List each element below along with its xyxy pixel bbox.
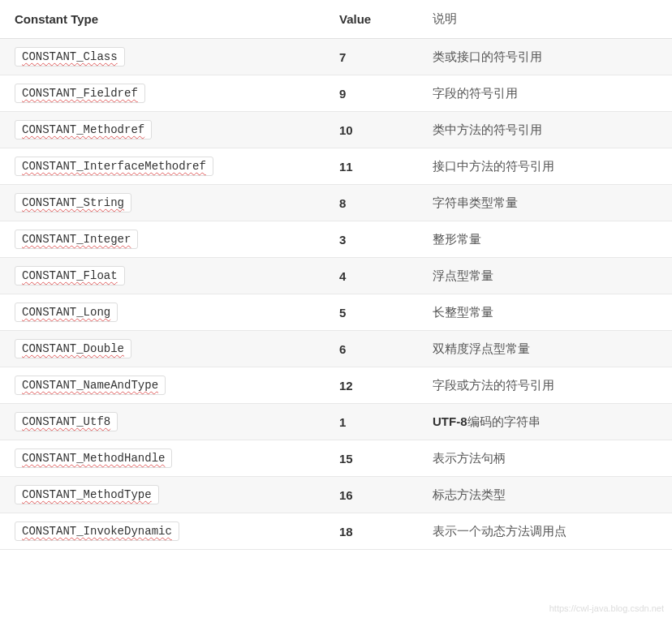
cell-constant-type: CONSTANT_String: [0, 185, 325, 221]
cell-value: 16: [325, 477, 418, 513]
cell-description: 字段的符号引用: [418, 75, 672, 112]
cell-value: 1: [325, 404, 418, 440]
header-description: 说明: [418, 0, 672, 39]
table-row: CONSTANT_Class7类或接口的符号引用: [0, 39, 672, 75]
cell-value: 4: [325, 258, 418, 294]
header-value: Value: [325, 0, 418, 39]
code-chip: CONSTANT_Fieldref: [15, 84, 145, 103]
table-row: CONSTANT_String8字符串类型常量: [0, 185, 672, 221]
cell-constant-type: CONSTANT_InvokeDynamic: [0, 513, 325, 550]
cell-description: 标志方法类型: [418, 477, 672, 513]
cell-constant-type: CONSTANT_Float: [0, 258, 325, 294]
cell-description: 表示一个动态方法调用点: [418, 513, 672, 550]
table-row: CONSTANT_Methodref10类中方法的符号引用: [0, 112, 672, 148]
code-chip: CONSTANT_Methodref: [15, 120, 152, 139]
cell-constant-type: CONSTANT_Integer: [0, 221, 325, 258]
table-row: CONSTANT_Fieldref9字段的符号引用: [0, 75, 672, 112]
table-row: CONSTANT_NameAndType12字段或方法的符号引用: [0, 367, 672, 404]
cell-value: 11: [325, 148, 418, 185]
cell-value: 12: [325, 367, 418, 404]
code-chip: CONSTANT_MethodType: [15, 485, 159, 504]
cell-description: 整形常量: [418, 221, 672, 258]
header-constant-type: Constant Type: [0, 0, 325, 39]
cell-description: 长整型常量: [418, 294, 672, 331]
table-row: CONSTANT_Utf81UTF-8编码的字符串: [0, 404, 672, 440]
code-chip: CONSTANT_Class: [15, 47, 125, 67]
cell-description: 类或接口的符号引用: [418, 39, 672, 75]
cell-constant-type: CONSTANT_NameAndType: [0, 367, 325, 404]
table-row: CONSTANT_Long5长整型常量: [0, 294, 672, 331]
code-chip: CONSTANT_Utf8: [15, 412, 118, 431]
cell-constant-type: CONSTANT_MethodType: [0, 477, 325, 513]
code-chip: CONSTANT_Double: [15, 339, 131, 358]
cell-constant-type: CONSTANT_InterfaceMethodref: [0, 148, 325, 185]
table-row: CONSTANT_MethodType16标志方法类型: [0, 477, 672, 513]
table-row: CONSTANT_InvokeDynamic18表示一个动态方法调用点: [0, 513, 672, 550]
cell-description: UTF-8编码的字符串: [418, 404, 672, 440]
code-chip: CONSTANT_String: [15, 193, 131, 212]
table-row: CONSTANT_Integer3整形常量: [0, 221, 672, 258]
cell-constant-type: CONSTANT_Utf8: [0, 404, 325, 440]
code-chip: CONSTANT_InvokeDynamic: [15, 521, 179, 541]
code-chip: CONSTANT_InterfaceMethodref: [15, 157, 213, 176]
code-chip: CONSTANT_NameAndType: [15, 376, 166, 395]
code-chip: CONSTANT_Float: [15, 266, 125, 285]
cell-description: 字段或方法的符号引用: [418, 367, 672, 404]
table-row: CONSTANT_Double6双精度浮点型常量: [0, 331, 672, 367]
cell-constant-type: CONSTANT_Fieldref: [0, 75, 325, 112]
cell-description: 双精度浮点型常量: [418, 331, 672, 367]
cell-value: 18: [325, 513, 418, 550]
cell-value: 6: [325, 331, 418, 367]
cell-value: 10: [325, 112, 418, 148]
cell-value: 7: [325, 39, 418, 75]
cell-constant-type: CONSTANT_Methodref: [0, 112, 325, 148]
cell-constant-type: CONSTANT_MethodHandle: [0, 440, 325, 477]
table-header-row: Constant Type Value 说明: [0, 0, 672, 39]
cell-value: 8: [325, 185, 418, 221]
cell-value: 9: [325, 75, 418, 112]
cell-value: 3: [325, 221, 418, 258]
cell-constant-type: CONSTANT_Long: [0, 294, 325, 331]
table-row: CONSTANT_MethodHandle15表示方法句柄: [0, 440, 672, 477]
watermark: https://cwl-java.blog.csdn.net: [549, 603, 664, 613]
cell-constant-type: CONSTANT_Class: [0, 39, 325, 75]
code-chip: CONSTANT_Integer: [15, 230, 138, 249]
table-row: CONSTANT_Float4浮点型常量: [0, 258, 672, 294]
cell-description: 字符串类型常量: [418, 185, 672, 221]
cell-value: 15: [325, 440, 418, 477]
cell-value: 5: [325, 294, 418, 331]
constant-type-table: Constant Type Value 说明 CONSTANT_Class7类或…: [0, 0, 672, 550]
cell-description: 类中方法的符号引用: [418, 112, 672, 148]
code-chip: CONSTANT_MethodHandle: [15, 448, 172, 468]
cell-constant-type: CONSTANT_Double: [0, 331, 325, 367]
cell-description: 表示方法句柄: [418, 440, 672, 477]
cell-description: 接口中方法的符号引用: [418, 148, 672, 185]
cell-description: 浮点型常量: [418, 258, 672, 294]
table-row: CONSTANT_InterfaceMethodref11接口中方法的符号引用: [0, 148, 672, 185]
code-chip: CONSTANT_Long: [15, 303, 118, 322]
